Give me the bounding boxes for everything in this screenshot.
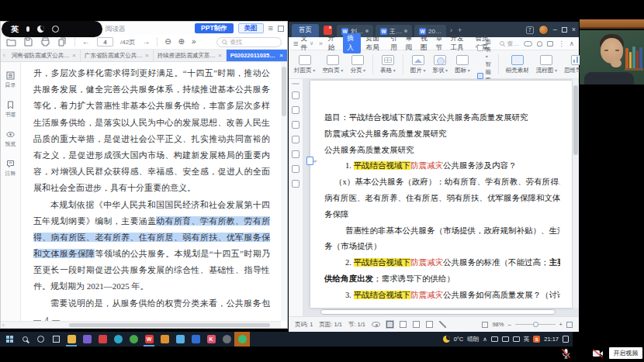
sidebar-item-bookmark[interactable]: 书签 (5, 101, 16, 119)
taskbar-app-app-dark[interactable] (219, 332, 234, 346)
minimize-icon[interactable]: – (553, 26, 557, 33)
mic-muted-icon[interactable] (561, 348, 571, 359)
rail-tool-icon-2[interactable] (292, 106, 299, 114)
avatar[interactable] (538, 25, 549, 35)
menu-dev-tools[interactable]: 开发工具 (451, 34, 470, 53)
taskbar-app-start[interactable] (2, 332, 17, 346)
sogou-ime-icon[interactable]: S (533, 336, 540, 343)
touch-keyboard-icon[interactable] (491, 336, 498, 342)
meitu-button[interactable]: 美图 (238, 23, 264, 33)
taskbar-app-app-stripes[interactable] (157, 332, 172, 346)
ime-lang-indicator[interactable]: 英 (524, 336, 530, 343)
zoom-in-icon[interactable]: ⊕ (178, 38, 185, 46)
ppt-make-button[interactable]: PPT制作 (195, 23, 234, 33)
menu-start[interactable]: 开始 (328, 34, 338, 53)
taskbar-app-file-explorer[interactable] (64, 332, 79, 346)
ribbon-picture[interactable]: 图片 (410, 55, 426, 74)
view-focus-icon[interactable] (426, 321, 433, 328)
menu-page-layout[interactable]: 页面布局 (366, 34, 386, 53)
next-page-icon[interactable]: → (142, 38, 150, 46)
pdf-tab-active-plan[interactable]: P02022011035704… × (227, 50, 287, 61)
more-tools-icon[interactable]: » (192, 38, 196, 46)
zoom-out-icon[interactable]: ⊖ (164, 38, 171, 46)
rail-tool-icon-5[interactable] (292, 150, 299, 158)
tray-expand-icon[interactable]: ∧ (483, 336, 487, 343)
speaker-icon[interactable] (502, 336, 509, 342)
pdf-tab-chixu[interactable]: 持续推进防震减灾基本公共… × (154, 50, 227, 61)
file-menu[interactable]: ≡ 文件 ∨ (293, 34, 313, 53)
wps-page[interactable]: 题目：平战结合视域下防震减灾公共服务高质量发展研究防震减灾公共服务高质量发展研究… (310, 81, 572, 308)
taskbar-app-meeting-app[interactable] (234, 332, 250, 346)
open-file-icon[interactable] (6, 37, 16, 47)
ribbon-shape[interactable]: 形状 (432, 55, 448, 74)
weather-desc[interactable]: 晴朗 (467, 336, 479, 343)
taskbar-app-app-colors[interactable] (172, 332, 188, 346)
rail-tool-icon-1[interactable] (292, 91, 299, 99)
rail-tool-icon-7[interactable] (292, 180, 299, 188)
save-icon[interactable] (23, 37, 33, 47)
taskbar-app-cortana[interactable] (33, 332, 48, 346)
menu-overflow-icon[interactable]: » (319, 40, 323, 47)
zoom-level[interactable]: 98% (492, 321, 504, 328)
pdf-horizontal-scrollbar[interactable]: ‹ (1, 321, 281, 328)
taskbar-app-edge-browser[interactable] (110, 332, 126, 346)
view-web-icon[interactable] (413, 321, 420, 328)
prev-page-icon[interactable]: ← (82, 38, 90, 46)
clock[interactable]: 21:17 (544, 336, 559, 343)
taskbar-app-app-k[interactable]: K (203, 332, 219, 346)
sidebar-item-preview[interactable]: 预览 (5, 130, 16, 148)
ribbon-table[interactable]: 表格 (380, 55, 396, 74)
eye-protect-icon[interactable] (372, 322, 380, 327)
ribbon-flowchart[interactable]: 流程图 (536, 55, 557, 74)
collapse-ribbon-icon[interactable]: ∧ (570, 40, 574, 47)
print-icon[interactable] (40, 37, 50, 47)
taskbar-app-task-view[interactable] (48, 332, 64, 346)
menu-insert[interactable]: 插入 (343, 33, 360, 53)
ribbon-chart[interactable]: 图表 (477, 38, 491, 59)
view-outline-icon[interactable] (400, 321, 407, 328)
zoom-in-icon[interactable]: + (559, 321, 563, 328)
menu-reference[interactable]: 引用 (390, 34, 400, 53)
close-icon[interactable]: × (72, 52, 76, 59)
weather-temp[interactable]: 0°C (454, 336, 464, 343)
kebab-menu-icon[interactable]: ⋮ (558, 40, 565, 47)
ribbon-daoke-material[interactable]: 稻壳素材 (506, 55, 529, 74)
maximize-icon[interactable] (278, 26, 284, 32)
wps-horizontal-scrollbar[interactable] (320, 309, 556, 315)
drag-handle-icon[interactable] (292, 83, 299, 84)
tab-scroll-right-icon[interactable]: › (450, 27, 452, 34)
menu-review[interactable]: 审阅 (406, 34, 415, 53)
taskbar-app-search[interactable] (17, 332, 33, 346)
fit-page-icon[interactable] (482, 322, 488, 328)
rail-tool-icon-4[interactable] (292, 136, 299, 143)
rail-tool-icon-6[interactable] (292, 165, 299, 173)
ribbon-icon-library[interactable]: 图标 (455, 55, 470, 74)
search-input[interactable] (230, 39, 276, 46)
ime-status-pill[interactable]: 英 (2, 21, 102, 37)
rail-tool-icon-3[interactable] (292, 121, 299, 129)
pdf-vertical-scrollbar[interactable] (281, 62, 287, 321)
weather-moon-icon[interactable] (443, 336, 450, 343)
zoom-slider[interactable] (515, 324, 556, 325)
close-icon[interactable]: × (572, 26, 576, 33)
fullscreen-icon[interactable] (566, 322, 573, 328)
wps-vertical-scrollbar[interactable] (573, 79, 579, 308)
taskbar-app-app-red[interactable] (95, 332, 110, 346)
start-video-button[interactable]: 开启视频 (609, 347, 642, 359)
view-page-mode-icon[interactable] (386, 321, 393, 328)
window-count-badge[interactable]: 7 (526, 26, 534, 34)
taskbar-app-app-purple[interactable] (79, 332, 95, 346)
margin-comment-icon[interactable] (306, 157, 313, 165)
menu-view[interactable]: 视图 (421, 34, 430, 53)
notification-center-icon[interactable] (563, 336, 569, 343)
pdf-tab-henan[interactable]: 河南省防震减灾公共服务… × (8, 50, 81, 61)
close-icon[interactable]: × (218, 52, 222, 59)
pdf-search-box[interactable] (216, 37, 282, 47)
ribbon-cover-page[interactable]: 封面页 (294, 55, 315, 74)
close-icon[interactable]: × (279, 52, 283, 59)
sidebar-item-annotation[interactable]: 注释 (5, 160, 16, 178)
ink-pen-icon[interactable] (439, 321, 446, 328)
zoom-out-icon[interactable]: – (507, 321, 511, 328)
menu-section[interactable]: 章节 (435, 34, 445, 53)
scroll-left-icon[interactable]: ‹ (2, 322, 4, 329)
